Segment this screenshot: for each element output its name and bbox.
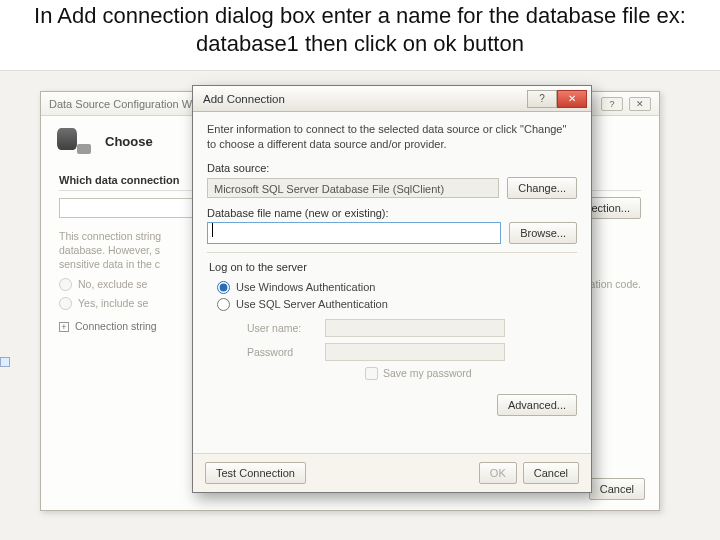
wizard-cancel-button[interactable]: Cancel bbox=[589, 478, 645, 500]
plus-icon: + bbox=[59, 322, 69, 332]
screenshot-canvas: Data Source Configuration Wizard ? ✕ Cho… bbox=[0, 70, 720, 540]
windows-auth-radio[interactable]: Use Windows Authentication bbox=[207, 279, 577, 296]
logon-group: Log on to the server Use Windows Authent… bbox=[207, 252, 577, 380]
dialog-titlebar: Add Connection ? ✕ bbox=[193, 86, 591, 112]
password-label: Password bbox=[247, 346, 317, 358]
db-file-input[interactable] bbox=[207, 222, 501, 244]
wizard-heading: Choose bbox=[105, 134, 153, 149]
test-connection-button[interactable]: Test Connection bbox=[205, 462, 306, 484]
slide-instruction: In Add connection dialog box enter a nam… bbox=[0, 0, 720, 65]
credentials-block: User name: Password Save my password bbox=[247, 319, 577, 380]
wizard-footer: Cancel bbox=[589, 478, 645, 500]
dialog-footer: Test Connection OK Cancel bbox=[193, 453, 591, 492]
change-button[interactable]: Change... bbox=[507, 177, 577, 199]
browse-button[interactable]: Browse... bbox=[509, 222, 577, 244]
data-source-field: Microsoft SQL Server Database File (SqlC… bbox=[207, 178, 499, 198]
save-password-checkbox[interactable]: Save my password bbox=[365, 367, 577, 380]
password-input[interactable] bbox=[325, 343, 505, 361]
advanced-button[interactable]: Advanced... bbox=[497, 394, 577, 416]
cancel-button[interactable]: Cancel bbox=[523, 462, 579, 484]
db-file-label: Database file name (new or existing): bbox=[207, 207, 577, 219]
close-icon[interactable]: ✕ bbox=[629, 97, 651, 111]
close-icon[interactable]: ✕ bbox=[557, 90, 587, 108]
sql-auth-radio[interactable]: Use SQL Server Authentication bbox=[207, 296, 577, 313]
dialog-body: Enter information to connect to the sele… bbox=[193, 112, 591, 426]
dialog-info-text: Enter information to connect to the sele… bbox=[207, 122, 577, 152]
ruler-marker bbox=[0, 357, 10, 367]
username-label: User name: bbox=[247, 322, 317, 334]
help-icon[interactable]: ? bbox=[601, 97, 623, 111]
dialog-title-text: Add Connection bbox=[203, 93, 285, 105]
add-connection-dialog: Add Connection ? ✕ Enter information to … bbox=[192, 85, 592, 493]
ok-button[interactable]: OK bbox=[479, 462, 517, 484]
dialog-window-buttons: ? ✕ bbox=[527, 90, 587, 108]
logon-group-title: Log on to the server bbox=[207, 261, 577, 273]
username-input[interactable] bbox=[325, 319, 505, 337]
wizard-window-buttons: ? ✕ bbox=[601, 97, 651, 111]
database-icon bbox=[57, 126, 91, 156]
help-icon[interactable]: ? bbox=[527, 90, 557, 108]
data-source-label: Data source: bbox=[207, 162, 577, 174]
wizard-title-text: Data Source Configuration Wizard bbox=[49, 92, 216, 116]
